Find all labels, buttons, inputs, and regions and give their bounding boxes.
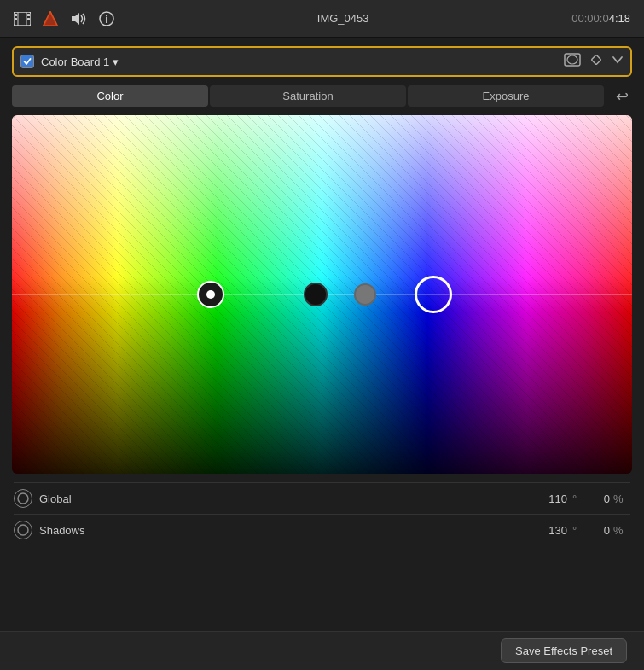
svg-point-13: [567, 55, 577, 64]
svg-rect-4: [27, 18, 30, 20]
shadows-degrees-unit: °: [572, 524, 589, 537]
global-degrees-value: 110: [548, 492, 567, 505]
svg-rect-14: [591, 55, 600, 64]
color-tab-bar: Color Saturation Exposure ↩: [12, 85, 632, 107]
expand-icon[interactable]: [612, 54, 624, 69]
color-board-canvas[interactable]: [12, 115, 632, 474]
svg-text:i: i: [105, 14, 107, 26]
puck-global[interactable]: [415, 276, 452, 313]
bottom-action-bar: Save Effects Preset: [0, 631, 644, 670]
save-effects-preset-button[interactable]: Save Effects Preset: [501, 638, 627, 663]
film-icon[interactable]: [14, 12, 31, 26]
global-percent-unit: %: [613, 492, 630, 505]
svg-point-15: [18, 493, 28, 504]
shadows-label: Shadows: [39, 524, 548, 537]
shadows-percent-value: 0: [589, 524, 610, 537]
tab-saturation[interactable]: Saturation: [210, 85, 406, 107]
control-row-shadows: Shadows 130 ° 0 %: [14, 514, 630, 545]
puck-midtones[interactable]: [354, 283, 376, 306]
shadows-degrees-value: 130: [548, 524, 567, 537]
timecode-display: 00:00:04:18: [571, 12, 630, 25]
filename-label: IMG_0453: [317, 12, 369, 25]
shadows-percent-unit: %: [613, 524, 630, 537]
svg-rect-2: [15, 18, 17, 20]
svg-point-16: [18, 525, 28, 535]
effect-name-label[interactable]: Color Board 1 ▾: [41, 55, 564, 68]
effect-enable-checkbox[interactable]: [20, 55, 34, 68]
tab-exposure[interactable]: Exposure: [408, 85, 604, 107]
puck-highlights[interactable]: [197, 281, 224, 308]
svg-marker-9: [72, 13, 79, 25]
puck-shadows[interactable]: [304, 283, 328, 306]
keyframe-icon[interactable]: [589, 53, 603, 70]
effect-selector-row: Color Board 1 ▾: [12, 46, 632, 77]
info-icon[interactable]: i: [99, 11, 114, 26]
top-toolbar: i IMG_0453 00:00:04:18: [0, 0, 644, 38]
tab-color[interactable]: Color: [12, 85, 208, 107]
toolbar-icons: i: [14, 11, 114, 26]
color-board-panel: Color Board 1 ▾ Color Saturation: [0, 38, 644, 554]
svg-rect-3: [27, 14, 30, 16]
shadows-puck-icon: [14, 521, 32, 539]
global-label: Global: [39, 492, 548, 505]
global-percent-value: 0: [589, 492, 610, 505]
control-row-global: Global 110 ° 0 %: [14, 482, 630, 514]
reset-icon[interactable]: ↩: [612, 87, 632, 106]
svg-marker-8: [44, 12, 57, 26]
control-sliders-area: Global 110 ° 0 % Shadows 130 ° 0 %: [12, 482, 632, 545]
vectorscope-icon[interactable]: [43, 11, 58, 26]
svg-rect-1: [15, 14, 17, 16]
speaker-icon[interactable]: [70, 12, 87, 26]
timecode-plain: 00:00:0: [571, 12, 608, 25]
timecode-accent: 4:18: [609, 12, 630, 25]
mask-icon[interactable]: [564, 53, 581, 70]
global-puck-icon: [14, 489, 32, 508]
global-degrees-unit: °: [572, 492, 589, 505]
selector-icon-group: [564, 53, 624, 70]
